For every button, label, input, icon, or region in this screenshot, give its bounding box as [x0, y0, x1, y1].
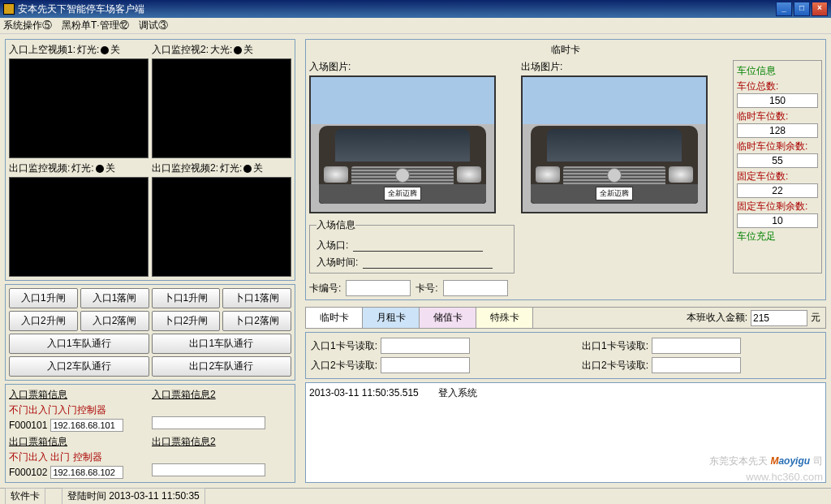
menu-blacklist[interactable]: 黑粉单T·管理⑫ [62, 19, 129, 32]
card-title: 临时卡 [309, 43, 822, 57]
income-label: 本班收入金额: [687, 311, 747, 325]
in2-close-button[interactable]: 入口2落闸 [80, 311, 149, 331]
entry-time-label: 入场时间: [316, 256, 358, 269]
exit-photo-block: 出场图片: 全新迈腾 [521, 60, 726, 274]
entry-photo-block: 入场图片: 全新迈腾 入场信息 入场口: 入场时间: [309, 60, 515, 274]
video-panel: 入口上空视频1: 灯光: 关 入口监控视2: 大光: 关 [5, 39, 295, 281]
stat-label: 固定车位剩余数: [737, 200, 818, 213]
card-number-row: 卡编号: 卡号: [309, 280, 822, 296]
close-button[interactable]: × [812, 2, 828, 16]
tab-special[interactable]: 特殊卡 [476, 308, 533, 328]
card-type-tabs: 临时卡 月租卡 储值卡 特殊卡 本班收入金额: 元 [305, 307, 826, 329]
light-indicator-icon [243, 165, 252, 173]
photo-label: 出场图片: [521, 60, 726, 74]
entry-photo: 全新迈腾 [309, 75, 496, 213]
video-feed [9, 58, 149, 158]
reader-input[interactable] [652, 357, 741, 373]
stat-value [737, 213, 818, 228]
stat-value [737, 123, 818, 138]
stat-label: 临时车位剩余数: [737, 140, 818, 153]
out1-open-button[interactable]: 卜口1升闸 [152, 288, 221, 308]
info-header: 出口票箱信息2 [152, 435, 291, 449]
in2-fleet-button[interactable]: 入口2车队通行 [9, 356, 149, 377]
out-ticket-info1: 出口票箱信息 不门出入 出门 控制器 F000102 [9, 435, 149, 479]
tab-stored[interactable]: 储值卡 [420, 308, 476, 328]
income-input[interactable] [751, 310, 807, 326]
stat-label: 临时车位数: [737, 110, 818, 123]
reader-input[interactable] [381, 357, 470, 373]
video-cell-out2: 出口监控视频2: 灯光: 关 [152, 162, 291, 277]
reader-input[interactable] [652, 338, 741, 354]
in-ticket-info2: 入口票箱信息2 [152, 388, 291, 432]
license-plate: 全新迈腾 [384, 187, 421, 200]
tab-temp[interactable]: 临时卡 [306, 308, 363, 328]
reader-label: 入口1卡号读取: [311, 339, 377, 353]
status-bar: 软件卡 登陆时间 2013-03-11 11:50:35 [0, 488, 831, 504]
card-no-label: 卡号: [416, 282, 437, 295]
status-op: 软件卡 [5, 488, 45, 504]
photo-label: 入场图片: [309, 60, 515, 74]
gate-button-panel: 入口1升闸 入口1落闸 卜口1升闸 卜口1落闸 入口2升闸 入口2落闸 卜口2升… [5, 284, 295, 381]
reader-input[interactable] [381, 338, 470, 354]
in1-open-button[interactable]: 入口1升闸 [9, 288, 78, 308]
video-feed [152, 177, 291, 277]
stat-value [737, 183, 818, 198]
card-panel: 临时卡 入场图片: 全新迈腾 入场信息 入场口: 入场时间: [305, 39, 826, 300]
stat-value [737, 93, 818, 108]
menu-debug[interactable]: 调试③ [139, 19, 168, 32]
reader-label: 出口2卡号读取: [582, 359, 648, 373]
entry-time-input[interactable] [363, 256, 493, 269]
video-label: 出口监控视频: [9, 162, 70, 175]
status-login-time: 登陆时间 2013-03-11 11:50:35 [62, 488, 205, 504]
title-bar: 安本先天下智能停车场客户端 _ □ × [0, 0, 831, 18]
controller-label: 不门出入门入门控制器 [9, 403, 149, 417]
device-id: F000102 [9, 467, 47, 478]
out2-close-button[interactable]: 卜口2落闸 [222, 311, 291, 331]
device-id: F000101 [9, 420, 47, 431]
entry-gate-input[interactable] [353, 239, 483, 252]
app-icon [3, 3, 15, 15]
stat-label: 车位总数: [737, 80, 818, 93]
out1-fleet-button[interactable]: 出口1车队通行 [152, 334, 292, 354]
controller-label: 不门出入 出门 控制器 [9, 450, 149, 464]
card-sn-label: 卡编号: [309, 282, 341, 295]
card-sn-input[interactable] [346, 280, 411, 296]
video-feed [152, 58, 291, 158]
ip-input[interactable] [152, 463, 265, 476]
parking-stats: 车位信息 车位总数: 临时车位数: 临时车位剩余数: 固定车位数: 固定车位剩余… [733, 60, 822, 274]
window-controls: _ □ × [776, 2, 828, 16]
exit-photo: 全新迈腾 [521, 75, 708, 213]
card-reader-panel: 入口1卡号读取: 出口1卡号读取: 入口2卡号读取: 出口2卡号读取: [305, 332, 826, 379]
stat-value [737, 153, 818, 168]
menu-bar: 系统操作⑤ 黑粉单T·管理⑫ 调试③ [0, 18, 831, 34]
in2-open-button[interactable]: 入口2升闸 [9, 311, 78, 331]
info-header: 入口票箱信息 [9, 388, 149, 402]
out1-close-button[interactable]: 卜口1落闸 [222, 288, 291, 308]
light-indicator-icon [234, 46, 242, 54]
video-label: 出口监控视频2: [152, 162, 218, 175]
light-indicator-icon [101, 46, 109, 54]
license-plate: 全新迈腾 [596, 187, 633, 200]
video-cell-in2: 入口监控视2: 大光: 关 [152, 43, 291, 158]
out2-open-button[interactable]: 卜口2升闸 [152, 311, 221, 331]
in1-close-button[interactable]: 入口1落闸 [80, 288, 149, 308]
menu-system[interactable]: 系统操作⑤ [3, 19, 52, 32]
ip-input[interactable] [50, 466, 123, 479]
in1-fleet-button[interactable]: 入口1车队通行 [9, 334, 149, 354]
tab-monthly[interactable]: 月租卡 [363, 308, 420, 328]
entry-info: 入场信息 入场口: 入场时间: [309, 218, 515, 274]
maximize-button[interactable]: □ [794, 2, 810, 16]
window-title: 安本先天下智能停车场客户端 [18, 2, 144, 16]
ip-input[interactable] [152, 416, 265, 429]
ip-input[interactable] [50, 419, 123, 432]
ticket-info-panel: 入口票箱信息 不门出入门入门控制器 F000101 入口票箱信息2 出口票箱信息… [5, 384, 295, 483]
in-ticket-info1: 入口票箱信息 不门出入门入门控制器 F000101 [9, 388, 149, 432]
out2-fleet-button[interactable]: 出口2车队通行 [152, 356, 292, 377]
minimize-button[interactable]: _ [776, 2, 792, 16]
card-no-input[interactable] [443, 280, 508, 296]
entry-gate-label: 入场口: [316, 239, 348, 252]
video-cell-in1: 入口上空视频1: 灯光: 关 [9, 43, 149, 158]
log-panel[interactable]: 2013-03-11 11:50:35.515 登入系统 [305, 382, 826, 483]
video-label: 入口监控视2: [152, 43, 209, 57]
stats-title: 车位信息 [737, 64, 818, 78]
